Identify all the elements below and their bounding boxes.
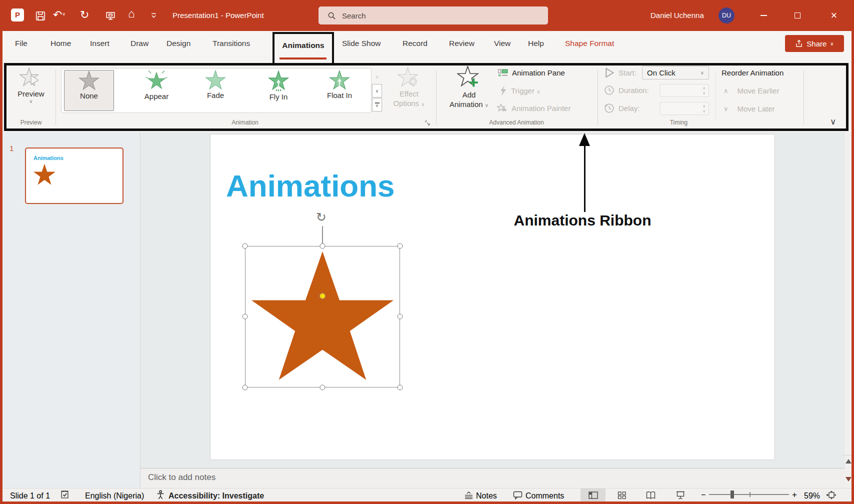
tab-slide-show[interactable]: Slide Show [342, 39, 381, 48]
start-row: Start: [604, 68, 636, 78]
customize-quick-access-icon[interactable] [150, 12, 158, 22]
tab-home[interactable]: Home [50, 39, 71, 48]
minimize-button[interactable] [752, 7, 774, 24]
gallery-scroll-up-icon[interactable]: ∧ [372, 70, 382, 84]
save-icon[interactable] [35, 10, 46, 24]
animation-none-selected[interactable]: None [64, 70, 114, 111]
start-play-icon [604, 68, 614, 78]
tab-record[interactable]: Record [402, 39, 428, 48]
group-separator [56, 70, 56, 125]
comments-icon [513, 491, 522, 500]
tab-review[interactable]: Review [449, 39, 474, 48]
animation-painter-button: Animation Painter [497, 104, 570, 113]
move-earlier-label: Move Earlier [738, 86, 780, 95]
next-slide-icon[interactable] [846, 477, 852, 482]
undo-dropdown-icon[interactable]: ∨ [62, 12, 66, 16]
home-icon[interactable]: ⌂ [128, 7, 135, 20]
fit-to-window-icon[interactable] [826, 490, 836, 500]
notes-toggle[interactable]: Notes [476, 492, 497, 500]
slide-title-text[interactable]: Animations [226, 168, 436, 204]
slide-thumbnail[interactable]: Animations [25, 148, 124, 204]
resize-handle-se[interactable] [398, 385, 403, 390]
preview-button[interactable]: Preview ∨ [12, 67, 50, 111]
resize-handle-ne[interactable] [398, 244, 403, 249]
tab-design[interactable]: Design [166, 39, 190, 48]
appear-star-icon [145, 70, 168, 91]
undo-icon[interactable]: ↶∨ [53, 8, 66, 22]
shape-adjust-handle[interactable] [320, 293, 326, 299]
animation-dialog-launcher-icon[interactable] [425, 119, 430, 128]
tab-transitions[interactable]: Transitions [212, 39, 250, 48]
rotate-handle-icon[interactable]: ↻ [316, 210, 326, 224]
duration-clock-icon [604, 85, 614, 96]
redo-icon[interactable]: ↻ [80, 8, 89, 22]
comments-toggle[interactable]: Comments [526, 492, 564, 500]
add-animation-icon [457, 66, 481, 88]
add-animation-label-2: Animation ∨ [443, 100, 495, 110]
vertical-scrollbar[interactable] [845, 132, 852, 488]
start-slideshow-icon[interactable] [105, 10, 116, 24]
fade-star-icon [205, 70, 226, 90]
effect-options-button: Effect Options ∨ [389, 67, 429, 111]
resize-handle-s[interactable] [320, 385, 326, 390]
animation-fade[interactable]: Fade [190, 70, 240, 111]
duration-spinner: ∧∨ [660, 84, 709, 97]
slide-star-shape[interactable] [248, 250, 396, 384]
animation-fly-in[interactable]: Fly In [254, 70, 304, 111]
resize-handle-e[interactable] [398, 314, 403, 320]
resize-handle-nw[interactable] [242, 244, 248, 249]
effect-options-dropdown-icon: ∨ [421, 102, 424, 107]
tab-view[interactable]: View [494, 39, 510, 48]
maximize-button[interactable] [786, 7, 808, 24]
zoom-slider-track[interactable] [709, 494, 789, 495]
resize-handle-sw[interactable] [242, 385, 248, 390]
add-animation-dropdown-icon[interactable]: ∨ [485, 102, 488, 108]
search-input[interactable]: Search [318, 6, 548, 24]
animation-appear[interactable]: Appear [132, 70, 182, 111]
tab-animations-label: Animations [274, 41, 332, 50]
collapse-ribbon-icon[interactable]: ∨ [830, 116, 836, 127]
tab-animations-active[interactable]: Animations [272, 32, 334, 66]
user-name[interactable]: Daniel Uchenna [650, 11, 704, 20]
duration-label: Duration: [618, 86, 649, 94]
close-button[interactable]: × [823, 7, 845, 24]
resize-handle-n[interactable] [320, 244, 326, 249]
duration-row: Duration: [604, 85, 649, 96]
window-title: Presentation1 - PowerPoint [172, 11, 264, 20]
share-dropdown-icon[interactable]: ∨ [830, 41, 834, 46]
start-dropdown-chevron-icon[interactable]: ∨ [700, 70, 704, 76]
slideshow-view-icon[interactable] [676, 491, 685, 500]
move-later-label: Move Later [738, 104, 775, 113]
preview-group-label: Preview [10, 119, 52, 126]
animation-pane-button[interactable]: Animation Pane [498, 68, 565, 78]
tab-draw[interactable]: Draw [130, 39, 148, 48]
avatar[interactable]: DU [718, 8, 734, 24]
add-animation-button[interactable]: Add Animation ∨ [443, 66, 495, 111]
accessibility-status[interactable]: Accessibility: Investigate [168, 492, 264, 500]
start-dropdown[interactable]: On Click ∨ [642, 66, 709, 80]
tab-insert[interactable]: Insert [90, 39, 110, 48]
zoom-in-icon[interactable]: + [792, 490, 797, 500]
zoom-slider-handle[interactable] [730, 490, 734, 498]
previous-slide-icon[interactable] [846, 459, 852, 464]
gallery-expand-icon[interactable]: ∨ [372, 98, 382, 112]
reading-view-icon[interactable] [646, 492, 656, 499]
preview-dropdown-icon[interactable]: ∨ [12, 98, 50, 104]
slide-sorter-view-icon[interactable] [618, 492, 626, 499]
spell-check-icon[interactable] [60, 490, 70, 500]
language-status[interactable]: English (Nigeria) [85, 492, 144, 500]
thumbnail-star-icon [32, 164, 56, 186]
zoom-out-icon[interactable]: − [701, 490, 706, 500]
gallery-scroll-down-icon[interactable]: ∨ [372, 84, 382, 98]
tab-help[interactable]: Help [528, 39, 544, 48]
notes-placeholder[interactable]: Click to add notes [148, 472, 216, 482]
zoom-level[interactable]: 59% [804, 492, 820, 500]
normal-view-icon[interactable] [588, 492, 598, 499]
share-button[interactable]: Share ∨ [785, 35, 844, 52]
notes-pane[interactable]: Click to add notes [140, 468, 845, 488]
tab-file[interactable]: File [15, 39, 28, 48]
tab-shape-format[interactable]: Shape Format [565, 39, 614, 48]
animation-float-in-label: Float In [327, 91, 352, 100]
animation-float-in[interactable]: Float In [314, 70, 364, 111]
resize-handle-w[interactable] [242, 314, 248, 320]
